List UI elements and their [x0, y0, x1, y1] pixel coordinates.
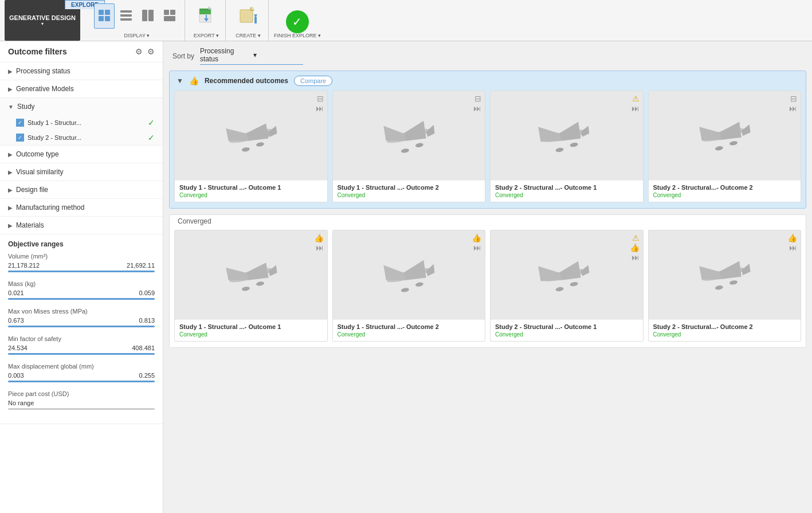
- design-file-label: Design file: [16, 186, 48, 194]
- svg-marker-28: [268, 126, 277, 136]
- sidebar: Outcome filters ⚙ ⚙ ▶ Processing status …: [0, 41, 163, 513]
- compare-view-button[interactable]: [138, 3, 158, 29]
- card-3-image: ⚠ ⏭: [491, 91, 643, 180]
- conv-card-1-skip-icon[interactable]: ⏭: [316, 244, 324, 252]
- card-4-status: Converged: [653, 192, 797, 198]
- study1-checkbox[interactable]: ✓: [16, 119, 24, 127]
- conv-card-1-image: 👍 ⏭: [175, 230, 327, 319]
- grid-icon: [98, 9, 111, 24]
- card-3-warning-icon[interactable]: ⚠: [632, 95, 640, 103]
- generative-models-row[interactable]: ▶ Generative Models: [0, 80, 163, 97]
- svg-rect-2: [99, 16, 104, 21]
- study-filter: ▼ Study ✓ Study 1 - Structur... ✓ ✓ Stud…: [0, 98, 163, 146]
- converged-card-4[interactable]: 👍 ⏭: [648, 230, 802, 342]
- create-button[interactable]: [235, 3, 261, 29]
- card-3-info: Study 2 - Structural ...- Outcome 1 Conv…: [491, 180, 643, 202]
- piece-cost-slider[interactable]: [8, 408, 155, 410]
- von-mises-slider[interactable]: [8, 326, 155, 327]
- filter-sliders-icon[interactable]: ⚙: [135, 47, 143, 56]
- displacement-slider[interactable]: [8, 381, 155, 382]
- compare-button[interactable]: Compare: [294, 76, 332, 86]
- svg-point-43: [555, 147, 564, 152]
- manufacturing-method-label: Manufacturing method: [16, 203, 84, 212]
- sort-select[interactable]: Processing status ▾: [200, 47, 303, 65]
- card-1-bookmark-icon[interactable]: ⊟: [317, 95, 324, 103]
- mass-slider[interactable]: [8, 298, 155, 300]
- svg-marker-35: [426, 124, 435, 136]
- volume-min: 21,178.212: [8, 262, 40, 269]
- design-file-row[interactable]: ▶ Design file: [0, 181, 163, 198]
- converged-card-3[interactable]: ⚠ 👍 ⏭: [490, 230, 644, 342]
- conv-card-3-warning-icon[interactable]: ⚠: [632, 234, 640, 242]
- svg-point-48: [729, 140, 738, 146]
- study-row[interactable]: ▼ Study: [0, 98, 163, 115]
- processing-status-arrow: ▶: [8, 68, 13, 75]
- svg-rect-1: [105, 10, 110, 15]
- export-button[interactable]: [194, 3, 218, 29]
- conv-card-2-skip-icon[interactable]: ⏭: [473, 244, 481, 252]
- mass-min: 0.021: [8, 289, 24, 296]
- recommended-card-4[interactable]: ⊟ ⏭: [648, 91, 802, 202]
- piece-cost-objective: Piece part cost (USD) No range: [8, 390, 155, 410]
- safety-slider[interactable]: [8, 353, 155, 355]
- conv-card-1-like-icon[interactable]: 👍: [314, 234, 324, 242]
- study-arrow: ▼: [8, 104, 14, 110]
- generative-models-filter: ▶ Generative Models: [0, 80, 163, 98]
- create-icon: [239, 6, 257, 26]
- svg-rect-24: [254, 17, 257, 24]
- manufacturing-method-row[interactable]: ▶ Manufacturing method: [0, 199, 163, 216]
- displacement-label: Max displacement global (mm): [8, 363, 155, 370]
- conv-card-1-status: Converged: [179, 331, 323, 338]
- card-2-skip-icon[interactable]: ⏭: [473, 104, 481, 112]
- card-4-skip-icon[interactable]: ⏭: [789, 104, 797, 112]
- svg-marker-47: [742, 124, 751, 135]
- svg-marker-70: [700, 266, 722, 280]
- visual-similarity-row[interactable]: ▶ Visual similarity: [0, 163, 163, 181]
- recommended-card-3[interactable]: ⚠ ⏭: [490, 91, 644, 202]
- converged-card-2[interactable]: 👍 ⏭: [332, 230, 486, 342]
- card-1-skip-icon[interactable]: ⏭: [316, 104, 324, 112]
- study2-item[interactable]: ✓ Study 2 - Structur... ✓: [0, 130, 163, 145]
- card-3-skip-icon[interactable]: ⏭: [631, 104, 640, 112]
- converged-section: Converged 👍 ⏭: [169, 214, 806, 348]
- conv-card-3-skip-icon[interactable]: ⏭: [631, 253, 640, 261]
- detail-view-button[interactable]: [159, 3, 180, 29]
- materials-row[interactable]: ▶ Materials: [0, 217, 163, 234]
- study1-item[interactable]: ✓ Study 1 - Structur... ✓: [0, 115, 163, 130]
- content-area: Sort by Processing status ▾ ▼ 👍 Recommen…: [163, 41, 812, 513]
- conv-card-4-like-icon[interactable]: 👍: [787, 234, 797, 242]
- design-file-arrow: ▶: [8, 187, 13, 193]
- svg-rect-9: [164, 10, 169, 15]
- recommended-card-1[interactable]: ⊟ ⏭: [174, 91, 328, 202]
- svg-marker-51: [246, 263, 268, 280]
- conv-card-3-like-icon[interactable]: 👍: [630, 244, 640, 252]
- card-4-bookmark-icon[interactable]: ⊟: [790, 95, 797, 103]
- recommended-card-2[interactable]: ⊟ ⏭: [332, 91, 486, 202]
- card-2-bookmark-icon[interactable]: ⊟: [474, 95, 481, 103]
- study2-checkbox[interactable]: ✓: [16, 134, 24, 142]
- von-mises-max: 0.813: [139, 317, 155, 324]
- svg-marker-46: [700, 127, 722, 140]
- card-4-actions: ⊟ ⏭: [789, 95, 797, 112]
- processing-status-row[interactable]: ▶ Processing status: [0, 62, 163, 80]
- grid-view-button[interactable]: [94, 3, 115, 29]
- visual-similarity-label: Visual similarity: [16, 168, 63, 176]
- visual-similarity-filter: ▶ Visual similarity: [0, 163, 163, 181]
- outcome-type-row[interactable]: ▶ Outcome type: [0, 146, 163, 163]
- materials-label: Materials: [16, 221, 44, 229]
- svg-marker-64: [538, 266, 562, 281]
- recommended-card-grid: ⊟ ⏭: [170, 91, 806, 202]
- settings-icon[interactable]: ⚙: [147, 47, 155, 56]
- finish-label: FINISH EXPLORE ▾: [274, 33, 321, 38]
- card-2-actions: ⊟ ⏭: [473, 95, 481, 112]
- display-label: DISPLAY ▾: [124, 33, 150, 38]
- list-view-button[interactable]: [116, 3, 136, 29]
- volume-slider[interactable]: [8, 271, 155, 272]
- svg-marker-40: [538, 127, 562, 142]
- svg-marker-41: [580, 126, 589, 136]
- recommended-collapse-button[interactable]: ▼: [176, 77, 183, 85]
- conv-card-2-like-icon[interactable]: 👍: [472, 234, 481, 242]
- volume-label: Volume (mm³): [8, 253, 155, 260]
- conv-card-4-skip-icon[interactable]: ⏭: [789, 244, 797, 252]
- converged-card-1[interactable]: 👍 ⏭: [174, 230, 328, 342]
